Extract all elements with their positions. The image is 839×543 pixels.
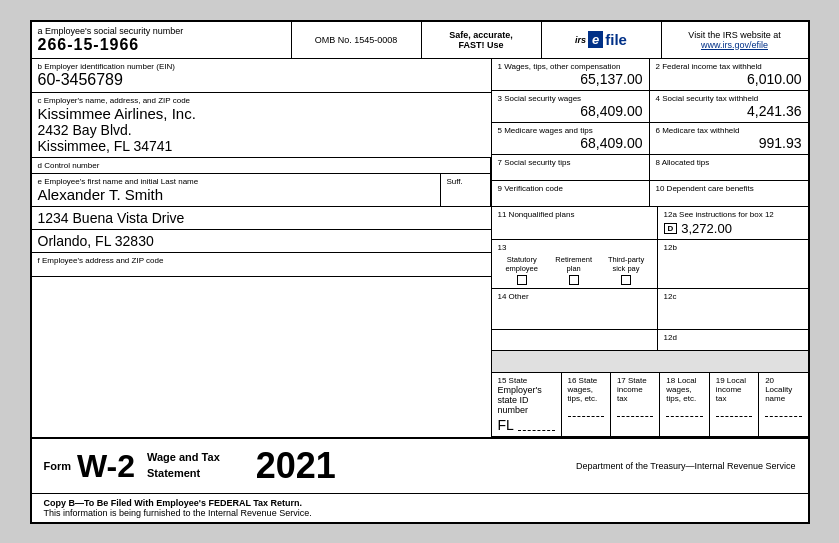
employer-name: Kissimmee Airlines, Inc.: [38, 105, 485, 122]
box20-label: 20 Locality name: [765, 376, 801, 403]
box11: 11 Nonqualified plans: [492, 207, 658, 239]
employee-address2-row: Orlando, FL 32830: [32, 230, 491, 253]
footer: Form W-2 Wage and Tax Statement 2021 Dep…: [32, 437, 808, 493]
box19-label: 19 Local income tax: [716, 376, 752, 403]
box16-value: [568, 403, 604, 417]
box1-value: 65,137.00: [498, 71, 643, 87]
employee-name-row: e Employee's first name and initial Last…: [32, 174, 491, 207]
checkbox-thirdparty: Third-party sick pay: [602, 255, 651, 285]
website-line2: www.irs.gov/efile: [688, 40, 780, 50]
website-line1: Visit the IRS website at: [688, 30, 780, 40]
checkbox-retirement-box[interactable]: [569, 275, 579, 285]
box1: 1 Wages, tips, other compensation 65,137…: [492, 59, 650, 91]
employer-label: c Employer's name, address, and ZIP code: [38, 96, 485, 105]
right-column: 1 Wages, tips, other compensation 65,137…: [492, 59, 808, 437]
e-text: e: [588, 31, 603, 48]
box13-label: 13: [498, 243, 651, 252]
state-row: 15 State Employer's state ID number FL 1…: [492, 373, 808, 437]
box2-label: 2 Federal income tax withheld: [656, 62, 802, 71]
ein-value: 60-3456789: [38, 71, 485, 89]
box5-label: 5 Medicare wages and tips: [498, 126, 643, 135]
employee-label: e Employee's first name and initial Last…: [38, 177, 434, 186]
box12b-label: 12b: [664, 243, 802, 252]
box17-label: 17 State income tax: [617, 376, 653, 403]
box6-label: 6 Medicare tax withheld: [656, 126, 802, 135]
website-field: Visit the IRS website at www.irs.gov/efi…: [662, 22, 808, 58]
box17-value: [617, 403, 653, 417]
box12c: 12c: [658, 289, 808, 329]
employee-address2: Orlando, FL 32830: [38, 233, 485, 249]
box7: 7 Social security tips: [492, 155, 650, 181]
box14: 14 Other: [492, 289, 658, 329]
box8: 8 Allocated tips: [650, 155, 808, 181]
box15-employer-id-input: [518, 419, 555, 431]
employee-address-label: f Employee's address and ZIP code: [38, 256, 485, 265]
safe-line1: Safe, accurate,: [449, 30, 513, 40]
suff-label: Suff.: [447, 177, 463, 186]
box5-value: 68,409.00: [498, 135, 643, 151]
box14-label: 14 Other: [498, 292, 651, 301]
boxes-1-2: 1 Wages, tips, other compensation 65,137…: [492, 59, 808, 91]
box4-value: 4,241.36: [656, 103, 802, 119]
checkbox-statutory-box[interactable]: [517, 275, 527, 285]
boxes-5-6: 5 Medicare wages and tips 68,409.00 6 Me…: [492, 123, 808, 155]
box15-state: 15 State Employer's state ID number FL: [492, 373, 562, 436]
ssn-label: a Employee's social security number: [38, 26, 285, 36]
box15-label: 15 State: [498, 376, 555, 385]
box10-label: 10 Dependent care benefits: [656, 184, 802, 193]
w2-label: W-2: [77, 450, 135, 482]
box20: 20 Locality name: [759, 373, 807, 436]
box18: 18 Local wages, tips, etc.: [660, 373, 709, 436]
box10: 10 Dependent care benefits: [650, 181, 808, 207]
copy-line2: This information is being furnished to t…: [44, 508, 796, 518]
box1-label: 1 Wages, tips, other compensation: [498, 62, 643, 71]
form-identifier: Form W-2 Wage and Tax Statement: [44, 450, 220, 482]
boxes-11-12a: 11 Nonqualified plans 12a See instructio…: [492, 207, 808, 240]
box12a-code: D: [664, 223, 678, 234]
form-label: Form: [44, 460, 72, 472]
box15-state-value: FL: [498, 417, 514, 433]
box11-label: 11 Nonqualified plans: [498, 210, 651, 219]
box12d: 12d: [658, 330, 808, 350]
right-filler: [492, 351, 808, 373]
omb-text: OMB No. 1545-0008: [315, 35, 398, 45]
employee-name-field: e Employee's first name and initial Last…: [32, 174, 441, 206]
box12a-label: 12a See instructions for box 12: [664, 210, 774, 219]
checkbox-thirdparty-label: Third-party sick pay: [602, 255, 651, 273]
box12a-value: 3,272.00: [681, 221, 732, 236]
box19-value: [716, 403, 752, 417]
boxes-7-8: 7 Social security tips 8 Allocated tips: [492, 155, 808, 181]
control-label: d Control number: [38, 161, 484, 170]
checkbox-statutory-label: Statutory employee: [498, 255, 546, 273]
box12d-label: 12d: [664, 333, 802, 342]
box2-value: 6,010.00: [656, 71, 802, 87]
box6-value: 991.93: [656, 135, 802, 151]
checkbox-thirdparty-box[interactable]: [621, 275, 631, 285]
employee-address1-row: 1234 Buena Vista Drive: [32, 207, 491, 230]
ssn-value: 266-15-1966: [38, 36, 285, 54]
box12c-label: 12c: [664, 292, 802, 301]
safe-line2: FAST! Use: [458, 40, 503, 50]
checkbox-statutory: Statutory employee: [498, 255, 546, 285]
box12b: 12b: [658, 240, 808, 288]
boxes-13-12b: 13 Statutory employee Retirement plan Th…: [492, 240, 808, 289]
suff-field: Suff.: [441, 174, 491, 206]
boxes-14-12c: 14 Other 12c: [492, 289, 808, 330]
ssn-field: a Employee's social security number 266-…: [32, 22, 292, 58]
box8-label: 8 Allocated tips: [656, 158, 802, 167]
copy-line1: Copy B—To Be Filed With Employee's FEDER…: [44, 498, 796, 508]
title-line1: Wage and Tax: [147, 450, 220, 465]
employee-address-label-row: f Employee's address and ZIP code: [32, 253, 491, 277]
safe-use-field: Safe, accurate, FAST! Use: [422, 22, 542, 58]
box20-value: [765, 403, 801, 417]
employee-name: Alexander T. Smith: [38, 186, 434, 203]
box3-value: 68,409.00: [498, 103, 643, 119]
box7-label: 7 Social security tips: [498, 158, 643, 167]
box15-employer-id-label: Employer's state ID number: [498, 385, 555, 415]
copy-info: Copy B—To Be Filed With Employee's FEDER…: [32, 493, 808, 522]
boxes-9-10: 9 Verification code 10 Dependent care be…: [492, 181, 808, 207]
control-number-field: d Control number: [32, 158, 491, 173]
box6: 6 Medicare tax withheld 991.93: [650, 123, 808, 155]
box16-label: 16 State wages, tips, etc.: [568, 376, 604, 403]
box3-label: 3 Social security wages: [498, 94, 643, 103]
